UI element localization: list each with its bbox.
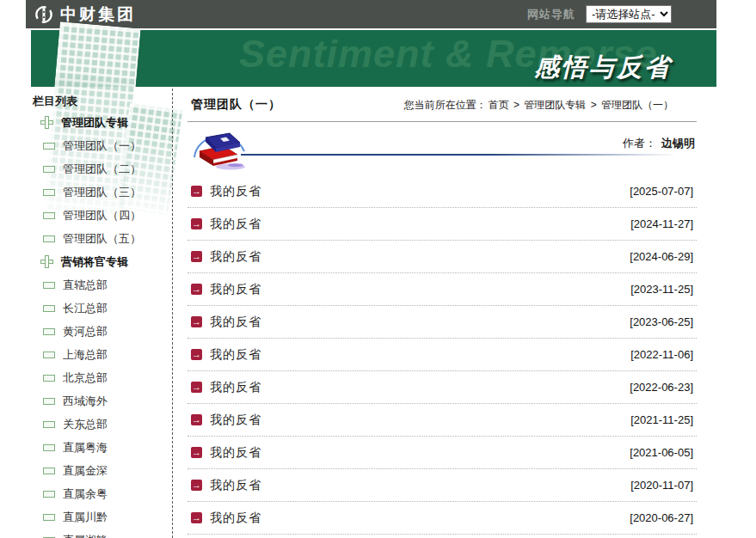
plus-icon: [40, 255, 53, 268]
breadcrumb: 您当前所在位置：首页 > 管理团队专辑 > 管理团队（一）: [403, 98, 674, 113]
breadcrumb-current: 管理团队（一）: [601, 99, 673, 111]
minus-icon: [43, 189, 55, 196]
article-date: [2020-06-27]: [630, 511, 693, 524]
sidebar-item-label[interactable]: 直属粤海: [63, 440, 108, 455]
section-banner: Sentiment & Remorse 感悟与反省: [31, 30, 716, 87]
article-row-8: → 我的反省 [2021-11-25]: [187, 404, 697, 437]
sidebar-item-6: 管理团队（五）: [26, 227, 172, 250]
minus-icon: [43, 166, 55, 173]
article-row-12: → 我的反省 [2019-11-30]: [187, 535, 697, 538]
minus-icon: [43, 491, 55, 498]
sidebar-item-label[interactable]: 管理团队（一）: [63, 138, 141, 154]
books-icon: [191, 125, 249, 176]
author-label: 作者：: [623, 137, 656, 150]
sidebar-item-4: 管理团队（三）: [26, 180, 172, 204]
sidebar-item-label[interactable]: 直属金深: [63, 463, 108, 479]
sidebar-item-label[interactable]: 北京总部: [63, 370, 108, 386]
title-row: 管理团队（一） 您当前所在位置：首页 > 管理团队专辑 > 管理团队（一）: [187, 89, 697, 122]
article-title-link[interactable]: 我的反省: [210, 445, 261, 461]
sidebar-item-5: 管理团队（四）: [26, 204, 172, 227]
article-row-7: → 我的反省 [2022-06-23]: [187, 371, 697, 404]
company-logo-icon: [34, 5, 53, 24]
article-title-link[interactable]: 我的反省: [210, 184, 261, 199]
author-line: 作者：边锡明: [623, 136, 695, 151]
sidebar-item-label[interactable]: 管理团队（二）: [63, 162, 141, 177]
sidebar-item-label[interactable]: 关东总部: [63, 417, 108, 432]
sidebar-item-label[interactable]: 直属湘赣: [63, 533, 108, 538]
sidebar-item-2: 管理团队（一）: [26, 134, 172, 157]
minus-icon: [43, 328, 55, 335]
article-row-4: → 我的反省 [2023-11-25]: [187, 273, 697, 306]
sidebar-item-label[interactable]: 直属余粤: [63, 486, 108, 502]
article-title-link[interactable]: 我的反省: [210, 413, 261, 428]
logo-text: 中财集团: [60, 3, 136, 26]
breadcrumb-category[interactable]: 管理团队专辑: [524, 99, 586, 111]
sidebar-item-label[interactable]: 直辖总部: [63, 278, 108, 293]
article-row-10: → 我的反省 [2020-11-07]: [187, 469, 697, 502]
article-title-link[interactable]: 我的反省: [210, 282, 261, 297]
logo: 中财集团: [34, 3, 136, 26]
article-row-5: → 我的反省 [2023-06-25]: [187, 306, 697, 339]
blue-divider: [241, 154, 695, 156]
sidebar-item-16: 直属金深: [26, 459, 172, 482]
article-title-link[interactable]: 我的反省: [210, 347, 261, 363]
minus-icon: [43, 421, 55, 428]
article-row-9: → 我的反省 [2021-06-05]: [187, 437, 697, 469]
article-row-3: → 我的反省 [2024-06-29]: [187, 241, 697, 273]
article-title-link[interactable]: 我的反省: [210, 478, 261, 493]
article-row-6: → 我的反省 [2022-11-06]: [187, 339, 697, 371]
arrow-icon: →: [191, 186, 202, 197]
article-date: [2020-11-07]: [630, 479, 693, 492]
sidebar-item-label[interactable]: 长江总部: [63, 301, 108, 316]
article-date: [2022-11-06]: [630, 348, 693, 361]
article-title-link[interactable]: 我的反省: [210, 380, 261, 395]
article-date: [2023-11-25]: [630, 283, 693, 296]
article-title-link[interactable]: 我的反省: [210, 510, 261, 526]
sidebar-item-label[interactable]: 营销将官专辑: [61, 254, 128, 270]
sidebar-item-label[interactable]: 管理团队（五）: [63, 231, 141, 247]
sidebar-item-label[interactable]: 直属川黔: [63, 510, 108, 525]
article-date: [2021-06-05]: [630, 446, 693, 459]
sidebar-item-1: 管理团队专辑: [26, 111, 172, 134]
breadcrumb-prefix: 您当前所在位置：: [404, 99, 487, 111]
sidebar-item-19: 直属湘赣: [26, 529, 172, 538]
sidebar-item-label[interactable]: 管理团队（三）: [63, 185, 141, 200]
sidebar-item-14: 关东总部: [26, 413, 172, 436]
minus-icon: [43, 282, 55, 289]
article-row-11: → 我的反省 [2020-06-27]: [187, 502, 697, 535]
sidebar-item-13: 西域海外: [26, 389, 172, 413]
sidebar-item-15: 直属粤海: [26, 436, 172, 459]
article-date: [2023-06-25]: [630, 315, 693, 328]
sidebar: 栏目列表 管理团队专辑 管理团队（一） 管理团队（二） 管理团队（三） 管理团队…: [26, 89, 173, 538]
main-content: 管理团队（一） 您当前所在位置：首页 > 管理团队专辑 > 管理团队（一）: [187, 89, 697, 538]
site-selector[interactable]: -请选择站点-: [586, 5, 672, 23]
article-title-link[interactable]: 我的反省: [210, 217, 261, 232]
minus-icon: [43, 398, 55, 405]
article-date: [2021-11-25]: [630, 413, 693, 426]
minus-icon: [43, 305, 55, 312]
arrow-icon: →: [191, 349, 202, 360]
arrow-icon: →: [191, 382, 202, 393]
sidebar-header: 栏目列表: [33, 92, 172, 111]
minus-icon: [43, 212, 55, 219]
site-nav-label: 网站导航: [527, 7, 575, 22]
sidebar-item-label[interactable]: 西域海外: [63, 394, 108, 409]
breadcrumb-separator: >: [511, 99, 523, 111]
article-title-link[interactable]: 我的反省: [210, 315, 261, 330]
sidebar-item-label[interactable]: 管理团队（四）: [63, 208, 141, 223]
page-title: 管理团队（一）: [191, 97, 281, 113]
sidebar-item-label[interactable]: 黄河总部: [63, 324, 108, 339]
article-row-2: → 我的反省 [2024-11-27]: [187, 208, 697, 241]
breadcrumb-home[interactable]: 首页: [489, 99, 509, 111]
top-bar: 中财集团 网站导航 -请选择站点-: [26, 0, 716, 28]
sidebar-item-label[interactable]: 管理团队专辑: [61, 115, 128, 131]
arrow-icon: →: [191, 480, 202, 491]
minus-icon: [43, 468, 55, 474]
minus-icon: [43, 352, 55, 358]
minus-icon: [43, 514, 55, 521]
arrow-icon: →: [191, 316, 202, 327]
banner-title-zh: 感悟与反省: [534, 51, 672, 85]
sidebar-item-label[interactable]: 上海总部: [63, 347, 108, 363]
article-title-link[interactable]: 我的反省: [210, 249, 261, 265]
sidebar-item-9: 长江总部: [26, 297, 172, 320]
